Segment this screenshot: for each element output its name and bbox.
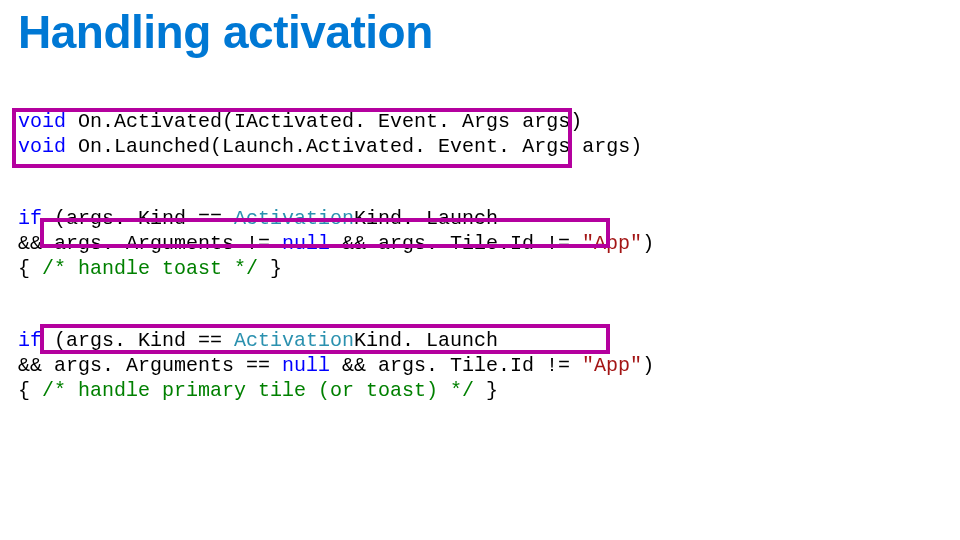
keyword-void: void: [18, 135, 66, 158]
type-name: Activation: [234, 329, 354, 352]
slide: Handling activation void On.Activated(IA…: [0, 0, 960, 540]
code-line: && args. Arguments != null && args. Tile…: [18, 232, 654, 255]
type-name: Activation: [234, 207, 354, 230]
method-name: On.: [78, 135, 114, 158]
comment: /* handle toast */: [42, 257, 258, 280]
keyword-if: if: [18, 329, 42, 352]
keyword-void: void: [18, 110, 66, 133]
code-line: && args. Arguments == null && args. Tile…: [18, 354, 654, 377]
method-name: On.: [78, 110, 114, 133]
slide-title: Handling activation: [18, 8, 942, 56]
code-line: if (args. Kind == ActivationKind. Launch: [18, 329, 498, 352]
blank-line: [18, 281, 942, 303]
code-line: void On.Launched(Launch.Activated. Event…: [18, 135, 642, 158]
code-line: if (args. Kind == ActivationKind. Launch: [18, 207, 498, 230]
string-literal: "App": [582, 354, 642, 377]
code-line: { /* handle primary tile (or toast) */ }: [18, 379, 498, 402]
code-line: void On.Activated(IActivated. Event. Arg…: [18, 110, 582, 133]
string-literal: "App": [582, 232, 642, 255]
keyword-null: null: [282, 354, 330, 377]
comment: /* handle primary tile (or toast) */: [42, 379, 474, 402]
blank-line: [18, 159, 942, 181]
code-block: void On.Activated(IActivated. Event. Arg…: [18, 84, 942, 428]
keyword-null: null: [282, 232, 330, 255]
keyword-if: if: [18, 207, 42, 230]
code-line: { /* handle toast */ }: [18, 257, 282, 280]
